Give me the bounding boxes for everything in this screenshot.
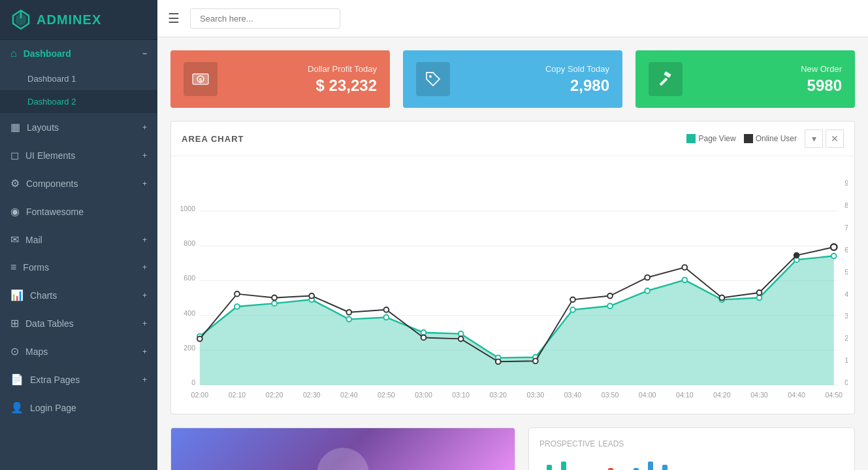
svg-text:03:50: 03:50 <box>602 391 619 399</box>
svg-point-54 <box>384 307 389 312</box>
svg-text:02:20: 02:20 <box>266 391 283 399</box>
sidebar-item-layouts[interactable]: ▦ Layouts + <box>0 113 157 141</box>
svg-point-65 <box>794 253 799 258</box>
svg-text:200: 200 <box>184 344 195 352</box>
svg-point-44 <box>682 277 687 282</box>
hammer-icon <box>649 62 683 96</box>
brand-name: ADMINEX <box>37 12 101 27</box>
area-chart-title: AREA CHART <box>182 134 686 144</box>
plus-icon7: + <box>142 319 147 328</box>
plus-icon3: + <box>142 179 147 188</box>
area-chart-panel: AREA CHART Page View Online User ▾ ✕ <box>170 121 855 414</box>
sidebar-item-loginpage[interactable]: 👤 Login Page <box>0 394 157 422</box>
svg-point-52 <box>309 294 314 299</box>
prospective-leads-panel: PROSPECTIVE LEADS <box>528 428 855 470</box>
sidebar-item-extrapages[interactable]: 📄 Extra Pages + <box>0 365 157 394</box>
sidebar-item-datatables[interactable]: ⊞ Data Tables + <box>0 309 157 337</box>
profile-image-placeholder <box>171 428 515 470</box>
sidebar-item-ui-label: UI Elements <box>25 150 75 161</box>
sidebar-item-layouts-label: Layouts <box>27 122 59 133</box>
stat-card-order-label: New Order <box>693 64 842 74</box>
legend-pageview: Page View <box>686 134 735 143</box>
plus-icon8: + <box>142 347 147 356</box>
sidebar-item-charts[interactable]: 📊 Charts + <box>0 281 157 309</box>
svg-text:03:00: 03:00 <box>415 391 432 399</box>
sidebar-item-components[interactable]: ⚙ Components + <box>0 169 157 197</box>
sidebar-item-maps[interactable]: ⊙ Maps + <box>0 337 157 365</box>
ui-icon: ◻ <box>10 149 19 161</box>
sidebar-item-dashboard2[interactable]: Dashboard 2 <box>0 90 157 113</box>
plus-icon6: + <box>142 291 147 300</box>
svg-point-50 <box>234 292 240 297</box>
mail-icon: ✉ <box>10 233 19 246</box>
svg-text:02:40: 02:40 <box>340 391 358 399</box>
stat-card-order-body: New Order 5980 <box>693 64 842 95</box>
legend-onlineuser: Online User <box>744 134 797 143</box>
area-chart-svg: 0 200 400 600 800 1000 0 100 200 300 400… <box>178 163 848 411</box>
legend-pageview-label: Page View <box>698 134 735 143</box>
bar-green-4 <box>561 462 566 470</box>
bar-green-2 <box>547 465 552 470</box>
sidebar-item-datatables-label: Data Tables <box>25 318 74 329</box>
svg-point-57 <box>496 359 501 364</box>
plus-icon4: + <box>142 235 147 244</box>
bottom-panels: PROSPECTIVE LEADS <box>170 428 855 470</box>
svg-text:02:50: 02:50 <box>378 391 395 399</box>
svg-text:04:00: 04:00 <box>639 391 656 399</box>
prospective-label: PROSPECTIVE <box>539 439 595 448</box>
sidebar-item-dashboard[interactable]: ⌂ Dashboard − <box>0 40 157 67</box>
svg-point-61 <box>645 275 650 280</box>
svg-text:500: 500 <box>844 268 848 276</box>
profile-avatar-circle <box>317 448 369 470</box>
layouts-icon: ▦ <box>10 121 20 133</box>
sidebar-item-forms[interactable]: ≡ Forms + <box>0 254 157 281</box>
hamburger-button[interactable]: ☰ <box>168 10 180 26</box>
svg-text:200: 200 <box>844 334 848 342</box>
svg-text:300: 300 <box>844 312 848 320</box>
svg-text:0: 0 <box>191 378 195 386</box>
search-input[interactable] <box>190 8 340 29</box>
svg-text:03:30: 03:30 <box>527 391 545 399</box>
leads-bar-groups <box>539 455 844 470</box>
bottom-left-panel <box>170 428 515 470</box>
stat-card-new-order: New Order 5980 <box>635 50 855 108</box>
tag-icon <box>416 62 450 96</box>
sidebar-item-ui-elements[interactable]: ◻ UI Elements + <box>0 141 157 169</box>
svg-rect-8 <box>660 78 668 86</box>
svg-point-66 <box>831 244 837 250</box>
svg-text:04:20: 04:20 <box>713 391 731 399</box>
logo-icon <box>10 9 31 30</box>
chart-close-button[interactable]: ✕ <box>826 129 844 148</box>
svg-point-33 <box>272 301 277 306</box>
legend-pageview-swatch <box>686 134 696 143</box>
sidebar-item-charts-label: Charts <box>30 290 57 301</box>
stat-card-copy-label: Copy Sold Today <box>460 64 609 74</box>
bar-blue-3 <box>648 462 653 470</box>
svg-text:04:40: 04:40 <box>788 391 805 399</box>
login-icon: 👤 <box>10 401 24 414</box>
sidebar-item-maps-label: Maps <box>25 346 48 357</box>
plus-icon2: + <box>142 151 147 160</box>
svg-point-55 <box>421 335 426 341</box>
gavel-icon <box>656 70 675 88</box>
leads-bars-green <box>539 455 573 470</box>
svg-point-48 <box>831 254 837 259</box>
sidebar-item-fontawesome[interactable]: ◉ Fontawesome <box>0 197 157 226</box>
stat-card-order-value: 5980 <box>693 76 842 95</box>
legend-onlineuser-label: Online User <box>756 134 797 143</box>
svg-point-51 <box>272 295 277 301</box>
stat-card-dollar-body: Dollar Profit Today $ 23,232 <box>228 64 377 95</box>
area-chart-body: 0 200 400 600 800 1000 0 100 200 300 400… <box>171 156 854 414</box>
svg-text:0: 0 <box>844 378 848 386</box>
svg-point-6 <box>429 75 432 78</box>
svg-point-38 <box>458 331 464 337</box>
svg-point-56 <box>458 336 464 341</box>
chart-collapse-button[interactable]: ▾ <box>805 129 823 148</box>
svg-text:03:40: 03:40 <box>564 391 582 399</box>
sidebar-item-mail[interactable]: ✉ Mail + <box>0 226 157 254</box>
topbar: ☰ <box>157 0 868 37</box>
svg-point-37 <box>421 330 426 335</box>
dollar-icon: $ <box>184 62 217 96</box>
sidebar-item-dashboard1[interactable]: Dashboard 1 <box>0 67 157 90</box>
svg-point-62 <box>682 265 687 270</box>
